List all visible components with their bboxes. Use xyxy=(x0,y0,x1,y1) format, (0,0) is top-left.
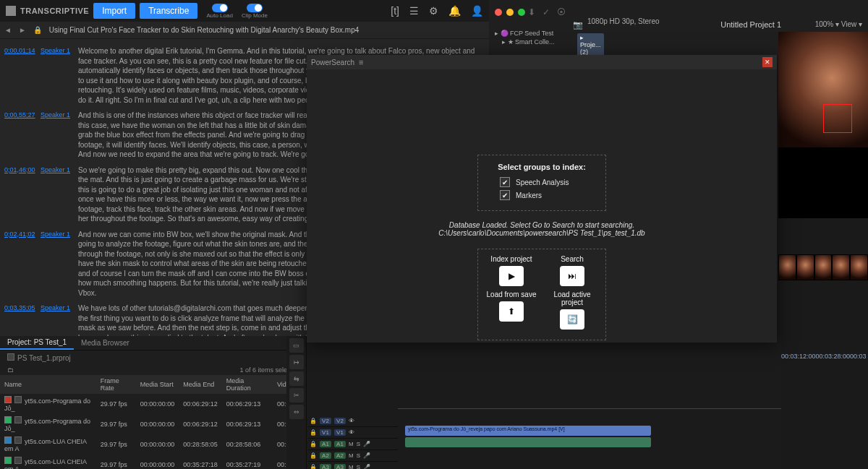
video-clip[interactable]: yt5s.com-Programa do Jô_reveja papo com … xyxy=(405,426,651,436)
load-active-label: Load active project xyxy=(543,291,601,306)
lock-icon[interactable]: 🔒 xyxy=(310,464,317,469)
powersearch-window: PowerSearch ≡ ✕ Select groups to index: … xyxy=(307,55,777,343)
index-project-label: Index project xyxy=(490,255,532,263)
thumbnail[interactable] xyxy=(832,254,850,280)
fullscreen-window-icon[interactable] xyxy=(518,9,525,16)
track-tool-icon[interactable]: ↦ xyxy=(289,355,304,369)
track-header[interactable]: 🔒V1V1👁 xyxy=(308,427,398,439)
table-row[interactable]: yt5s.com-Programa do Jô_29.97 fps00:00:0… xyxy=(0,414,307,434)
thumbnail[interactable] xyxy=(778,254,796,280)
timecode[interactable]: 0;00,01;14 xyxy=(3,46,41,105)
lock-icon[interactable]: 🔒 xyxy=(310,452,317,459)
lock-icon[interactable]: 🔒 xyxy=(310,441,317,447)
monitor-video-frame xyxy=(778,32,868,147)
load-active-button[interactable]: 🔄 xyxy=(560,309,584,330)
project-path: PS Test_1.prproj xyxy=(17,354,71,362)
tab-media-browser[interactable]: Media Browser xyxy=(74,337,137,349)
column-header[interactable]: Frame Rate xyxy=(96,375,136,394)
keyword-icon[interactable]: ✓ xyxy=(542,7,550,17)
timecode[interactable]: 0;00,55;27 xyxy=(3,111,41,160)
load-from-save-button[interactable]: ⬆ xyxy=(499,301,524,322)
face-track-box[interactable] xyxy=(823,104,852,133)
speaker-label[interactable]: Speaker 1 xyxy=(41,111,78,160)
premiere-timeline-panel: ▭ ↦ ⇆ ✂ ⇔ 🔒V2V2👁🔒V1V1👁🔒A1A1MS🎤🔒A2A2MS🎤🔒A… xyxy=(286,336,781,469)
import-button[interactable]: Import xyxy=(93,3,135,19)
column-header[interactable]: Name xyxy=(0,375,96,394)
premiere-project-panel: Project: PS Test_1 Media Browser PS Test… xyxy=(0,336,307,469)
speaker-label[interactable]: Speaker 1 xyxy=(41,165,78,224)
fcp-event-sidebar[interactable]: ▸ 🟣 FCP Seed Test ▸ ★ Smart Colle... ▸ P… xyxy=(492,29,558,46)
enhance-icon[interactable]: ⦿ xyxy=(557,7,566,17)
track-header[interactable]: 🔒A2A2MS🎤 xyxy=(308,450,398,462)
import-media-icon[interactable]: ⬇ xyxy=(528,7,535,17)
index-groups-title: Select groups to index: xyxy=(485,163,598,171)
transcriptive-logo-icon xyxy=(6,6,16,16)
table-row[interactable]: yt5s.com-LUA CHEIA em A29.97 fps00:00:00… xyxy=(0,434,307,455)
viewer-title: Untitled Project 1 xyxy=(720,20,781,29)
list-icon[interactable]: ☰ xyxy=(409,5,419,17)
razor-tool-icon[interactable]: ✂ xyxy=(289,388,304,403)
powersearch-titlebar[interactable]: PowerSearch ≡ ✕ xyxy=(307,55,777,69)
track-headers: 🔒V2V2👁🔒V1V1👁🔒A1A1MS🎤🔒A2A2MS🎤🔒A3A3MS🎤 xyxy=(308,416,398,469)
thumbnail[interactable] xyxy=(850,254,868,280)
viewer-zoom[interactable]: 100% ▾ xyxy=(815,20,839,28)
bell-icon[interactable]: 🔔 xyxy=(448,5,461,17)
ripple-tool-icon[interactable]: ⇆ xyxy=(289,371,304,386)
bracket-icon[interactable]: [t] xyxy=(391,5,399,17)
powersearch-menu-icon[interactable]: ≡ xyxy=(359,58,363,66)
lock-icon[interactable]: 🔒 xyxy=(310,418,317,424)
table-row[interactable]: yt5s.com-Programa do Jô_29.97 fps00:00:0… xyxy=(0,394,307,414)
timecode[interactable]: 0;01,46;00 xyxy=(3,165,41,224)
column-header[interactable]: Media Duration xyxy=(222,375,273,394)
close-window-icon[interactable] xyxy=(495,9,502,16)
slip-tool-icon[interactable]: ⇔ xyxy=(289,405,304,419)
index-project-button[interactable]: ▶ xyxy=(499,266,524,286)
next-clip-icon[interactable]: ► xyxy=(19,26,26,34)
speech-analysis-checkbox[interactable]: ✔Speech Analysis xyxy=(500,177,598,187)
timeline-timecodes: 00:03:12:0000:03:28:0000:03 xyxy=(778,353,868,360)
timeline-tool-column: ▭ ↦ ⇆ ✂ ⇔ xyxy=(286,336,307,469)
transcriptive-brand: TRANSCRIPTIVE xyxy=(20,7,89,15)
thumbnail[interactable] xyxy=(814,254,833,280)
markers-checkbox[interactable]: ✔Markers xyxy=(500,190,598,200)
search-button[interactable]: ⏭ xyxy=(560,266,584,286)
lock-icon[interactable]: 🔒 xyxy=(33,26,42,34)
sidebar-item-project: ▸ Proje... (2) xyxy=(577,33,604,56)
table-row[interactable]: yt5s.com-LUA CHEIA em A29.97 fps00:00:00… xyxy=(0,455,307,469)
bin-icon[interactable]: 🗀 xyxy=(7,366,14,374)
track-header[interactable]: 🔒V2V2👁 xyxy=(308,416,398,427)
autoload-toggle[interactable]: Auto Load xyxy=(206,4,232,19)
timeline-ruler[interactable] xyxy=(398,408,781,416)
timecode[interactable]: 0;02,41;02 xyxy=(3,230,41,298)
tab-project[interactable]: Project: PS Test_1 xyxy=(0,336,74,350)
track-header[interactable]: 🔒A1A1MS🎤 xyxy=(308,439,398,450)
selection-tool-icon[interactable]: ▭ xyxy=(289,338,304,353)
close-icon[interactable]: ✕ xyxy=(762,57,773,67)
lock-icon[interactable]: 🔒 xyxy=(310,429,317,436)
powersearch-title: PowerSearch xyxy=(311,59,354,66)
load-from-save-label: Load from save xyxy=(487,291,537,298)
file-bar: ◄ ► 🔒 Using Final Cut Pro's Face Tracker… xyxy=(0,22,489,39)
track-header[interactable]: 🔒A3A3MS🎤 xyxy=(308,462,398,469)
transcribe-button[interactable]: Transcribe xyxy=(140,3,197,19)
filmstrip-thumbnails[interactable] xyxy=(778,254,868,280)
sidebar-item-library: ▸ 🟣 FCP Seed Test xyxy=(492,29,558,38)
gear-icon[interactable]: ⚙ xyxy=(429,5,438,17)
viewer-monitor[interactable] xyxy=(778,32,868,218)
speaker-label[interactable]: Speaker 1 xyxy=(41,46,78,105)
minimize-window-icon[interactable] xyxy=(506,9,514,16)
prev-clip-icon[interactable]: ◄ xyxy=(4,26,12,34)
speaker-label[interactable]: Speaker 1 xyxy=(41,230,78,298)
viewer-view-menu[interactable]: View ▾ xyxy=(841,20,862,28)
column-header[interactable]: Media End xyxy=(179,375,222,394)
clipmode-toggle[interactable]: Clip Mode xyxy=(242,4,268,19)
thumbnail[interactable] xyxy=(796,254,814,280)
index-groups-panel: Select groups to index: ✔Speech Analysis… xyxy=(477,155,606,211)
column-header[interactable]: Media Start xyxy=(136,375,179,394)
sidebar-item-smart: ▸ ★ Smart Colle... xyxy=(492,38,558,46)
project-table[interactable]: NameFrame RateMedia StartMedia EndMedia … xyxy=(0,375,307,469)
user-icon[interactable]: 👤 xyxy=(471,5,483,17)
audio-clip[interactable] xyxy=(405,437,651,447)
traffic-lights xyxy=(495,9,525,16)
viewer-format-label: 1080p HD 30p, Stereo xyxy=(587,17,660,25)
